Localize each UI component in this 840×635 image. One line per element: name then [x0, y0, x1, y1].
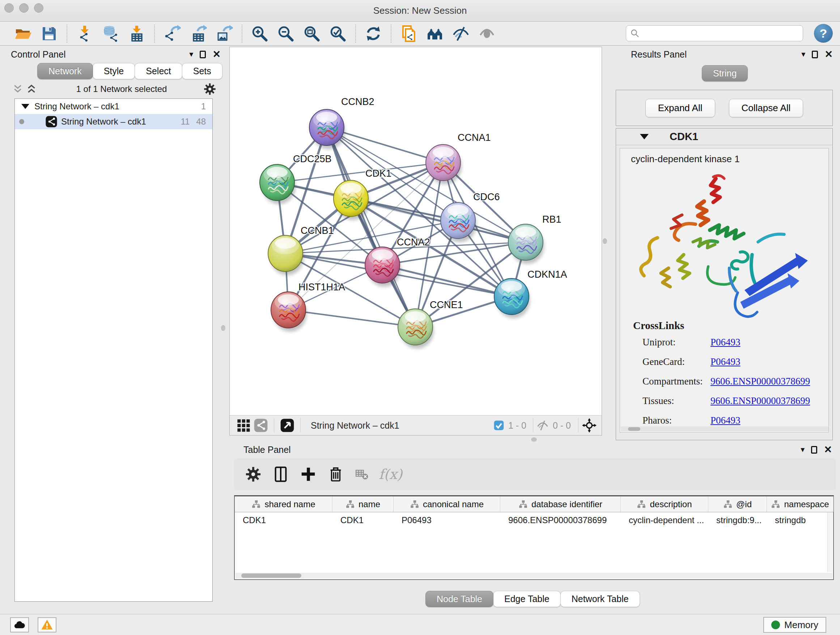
columns-icon[interactable] — [272, 466, 289, 483]
table-cell: P06493 — [393, 512, 500, 528]
crosslink-link[interactable]: P06493 — [711, 356, 741, 367]
column-header-name[interactable]: name — [332, 496, 393, 512]
network-options-gear-icon[interactable] — [203, 82, 216, 96]
network-graph[interactable]: CCNB2CCNA1CDC25BCDK1CDC6RB1CCNB1CCNA2CDK… — [230, 47, 602, 415]
node-CDC6[interactable]: CDC6 — [441, 192, 500, 242]
network-current-dot — [19, 119, 24, 124]
tab-sets[interactable]: Sets — [182, 63, 223, 79]
import-table-button[interactable] — [124, 24, 150, 44]
delete-table-icon[interactable] — [355, 467, 369, 481]
right-splitter-handle[interactable] — [603, 238, 607, 244]
tab-network[interactable]: Network — [37, 63, 93, 79]
crosslinks-heading: CrossLinks — [633, 320, 829, 332]
tree-expander-icon[interactable] — [21, 104, 29, 109]
open-session-button[interactable] — [10, 24, 36, 44]
panel-close-icon[interactable]: ✕ — [212, 49, 221, 60]
first-neighbors-button[interactable] — [422, 24, 448, 44]
export-image-button[interactable] — [211, 24, 237, 44]
column-header-namespace[interactable]: namespace — [767, 496, 834, 512]
search-box[interactable] — [626, 25, 803, 41]
column-header-shared-name[interactable]: shared name — [235, 496, 332, 512]
zoom-selected-button[interactable] — [325, 24, 351, 44]
table-row[interactable]: CDK1CDK1P064939606.ENSP00000378699cyclin… — [235, 512, 833, 528]
results-horizontal-scrollbar[interactable] — [621, 426, 829, 432]
panel-menu-icon[interactable]: ▾ — [189, 50, 193, 59]
network-canvas[interactable]: CCNB2CCNA1CDC25BCDK1CDC6RB1CCNB1CCNA2CDK… — [229, 47, 602, 435]
tab-node-table[interactable]: Node Table — [425, 591, 493, 607]
column-header-description[interactable]: description — [621, 496, 708, 512]
left-splitter-handle[interactable] — [221, 325, 225, 331]
gear-icon[interactable] — [245, 466, 262, 483]
memory-button[interactable]: Memory — [763, 617, 826, 633]
function-builder-icon[interactable]: f(x) — [379, 466, 402, 482]
zoom-in-button[interactable] — [247, 24, 273, 44]
column-header-label: name — [358, 499, 380, 509]
panel-float-icon[interactable] — [811, 446, 817, 454]
zoom-fit-button[interactable] — [299, 24, 325, 44]
zoom-selected-icon — [329, 25, 347, 42]
crosslink-link[interactable]: P06493 — [711, 337, 741, 348]
network-collection-row[interactable]: String Network – cdk1 1 — [15, 99, 212, 114]
collapse-protein-icon[interactable] — [640, 134, 649, 139]
crosslink-link[interactable]: 9606.ENSP00000378699 — [711, 376, 810, 387]
node-label-CCNE1: CCNE1 — [430, 299, 463, 310]
tab-edge-table[interactable]: Edge Table — [493, 591, 561, 607]
crosslink-link[interactable]: 9606.ENSP00000378699 — [711, 395, 810, 407]
tab-string[interactable]: String — [702, 65, 748, 81]
table-toolbar: f(x) — [234, 458, 836, 490]
refresh-button[interactable] — [360, 24, 386, 44]
bottom-splitter-handle[interactable] — [531, 437, 537, 442]
add-column-icon[interactable] — [300, 466, 317, 483]
panel-close-icon[interactable]: ✕ — [824, 444, 832, 455]
warning-button[interactable] — [38, 617, 57, 632]
export-table-icon — [189, 25, 207, 42]
search-input[interactable] — [642, 28, 799, 38]
panel-menu-icon[interactable]: ▾ — [801, 50, 805, 59]
save-session-button[interactable] — [36, 24, 62, 44]
table-panel-title: Table Panel — [243, 445, 291, 455]
collapse-all-icon[interactable] — [12, 84, 23, 95]
expand-all-icon[interactable] — [26, 84, 37, 95]
collapse-all-button[interactable]: Collapse All — [729, 99, 804, 117]
table-vertical-scrollbar[interactable] — [827, 512, 832, 572]
export-network-button[interactable] — [159, 24, 185, 44]
crosshair-icon[interactable] — [582, 418, 597, 432]
panel-float-icon[interactable] — [812, 51, 818, 58]
protein-header-row[interactable]: CDK1 — [616, 128, 832, 145]
crosslink-link[interactable]: P06493 — [711, 415, 741, 426]
network-row[interactable]: String Network – cdk1 11 48 — [15, 114, 212, 129]
selected-checkbox[interactable] — [493, 420, 505, 431]
tab-select[interactable]: Select — [134, 63, 182, 79]
toolbar-separator — [66, 25, 67, 43]
column-header-@id[interactable]: @id — [708, 496, 767, 512]
grid-icon[interactable] — [236, 418, 251, 432]
help-button[interactable]: ? — [814, 24, 833, 43]
node-CCNB1[interactable]: CCNB1 — [268, 225, 334, 275]
share-icon[interactable] — [254, 418, 268, 432]
panel-menu-icon[interactable]: ▾ — [801, 445, 805, 454]
export-table-button[interactable] — [185, 24, 211, 44]
open-in-window-icon[interactable] — [280, 418, 294, 432]
node-CCNE1[interactable]: CCNE1 — [398, 299, 463, 348]
hide-selected-button[interactable] — [448, 24, 474, 44]
annotation-button[interactable] — [396, 24, 422, 44]
node-HIST1H1A[interactable]: HIST1H1A — [271, 282, 345, 332]
column-header-canonical-name[interactable]: canonical name — [393, 496, 500, 512]
import-network-button[interactable] — [72, 24, 98, 44]
node-CCNA1[interactable]: CCNA1 — [426, 132, 491, 184]
node-CCNB2[interactable]: CCNB2 — [309, 96, 374, 149]
table-horizontal-scrollbar[interactable] — [235, 573, 832, 578]
node-RB1[interactable]: RB1 — [508, 214, 561, 264]
delete-column-icon[interactable] — [327, 466, 344, 483]
import-database-button[interactable] — [98, 24, 124, 44]
expand-all-button[interactable]: Expand All — [645, 99, 715, 117]
panel-close-icon[interactable]: ✕ — [824, 49, 833, 60]
node-CDKN1A[interactable]: CDKN1A — [494, 269, 567, 318]
show-all-button[interactable] — [474, 24, 500, 44]
panel-float-icon[interactable] — [200, 51, 206, 58]
tab-network-table[interactable]: Network Table — [561, 591, 640, 607]
cloud-button[interactable] — [10, 617, 29, 632]
column-header-database-identifier[interactable]: database identifier — [500, 496, 621, 512]
tab-style[interactable]: Style — [93, 63, 135, 79]
zoom-out-button[interactable] — [273, 24, 299, 44]
